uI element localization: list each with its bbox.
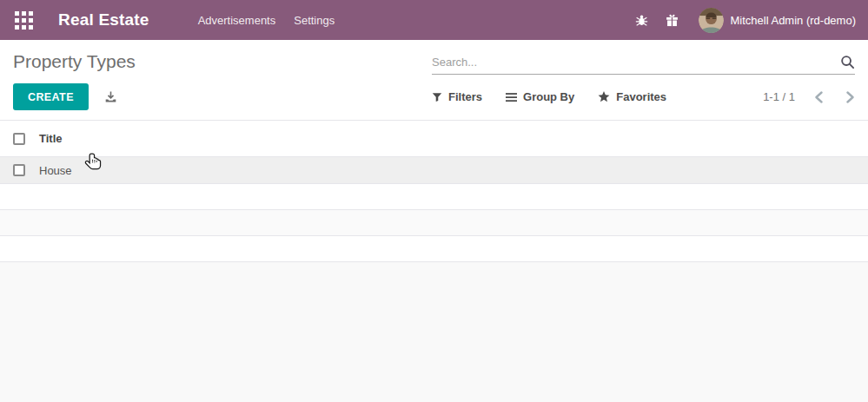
group-by-button[interactable]: Group By <box>506 90 574 103</box>
search-input[interactable] <box>432 56 840 69</box>
filter-funnel-icon <box>432 92 442 102</box>
menu-item-advertisements[interactable]: Advertisements <box>198 14 276 27</box>
download-icon[interactable] <box>104 90 117 103</box>
row-checkbox[interactable] <box>13 164 25 176</box>
empty-row <box>0 236 868 262</box>
chevron-right-icon[interactable] <box>845 91 855 103</box>
apps-grid-icon[interactable] <box>13 10 34 30</box>
navbar-menu: Advertisements Settings <box>198 14 335 27</box>
user-menu[interactable]: Mitchell Admin (rd-demo) <box>699 8 857 33</box>
create-button[interactable]: CREATE <box>13 83 89 110</box>
user-name: Mitchell Admin (rd-demo) <box>731 14 857 27</box>
empty-row <box>0 210 868 236</box>
pager: 1-1 / 1 <box>763 90 855 103</box>
chevron-left-icon[interactable] <box>814 91 824 103</box>
star-icon <box>598 91 610 102</box>
search-bar <box>432 55 855 75</box>
group-by-bars-icon <box>506 92 517 102</box>
empty-row <box>0 184 868 210</box>
bug-icon[interactable] <box>634 12 650 28</box>
column-header-title[interactable]: Title <box>39 132 63 145</box>
view-controls: Filters Group By <box>432 90 666 103</box>
list-row-house[interactable]: House <box>0 157 868 184</box>
control-panel: Property Types CREATE <box>0 40 868 120</box>
app-title[interactable]: Real Estate <box>58 10 149 30</box>
list-header-row: Title <box>0 120 868 157</box>
navbar-right: Mitchell Admin (rd-demo) <box>634 8 857 33</box>
menu-item-settings[interactable]: Settings <box>294 14 335 27</box>
magnifier-icon[interactable] <box>840 55 855 69</box>
top-navbar: Real Estate Advertisements Settings <box>0 0 868 40</box>
favorites-button[interactable]: Favorites <box>598 90 666 103</box>
gift-icon[interactable] <box>665 12 680 28</box>
content-area: Property Types CREATE <box>0 40 868 402</box>
filters-button[interactable]: Filters <box>432 90 482 103</box>
page-title: Property Types <box>13 50 136 75</box>
list-view: Title House <box>0 120 868 262</box>
select-all-checkbox[interactable] <box>13 133 25 145</box>
pager-range: 1-1 / 1 <box>763 90 795 103</box>
user-avatar <box>699 8 724 33</box>
row-title-cell: House <box>39 164 72 177</box>
